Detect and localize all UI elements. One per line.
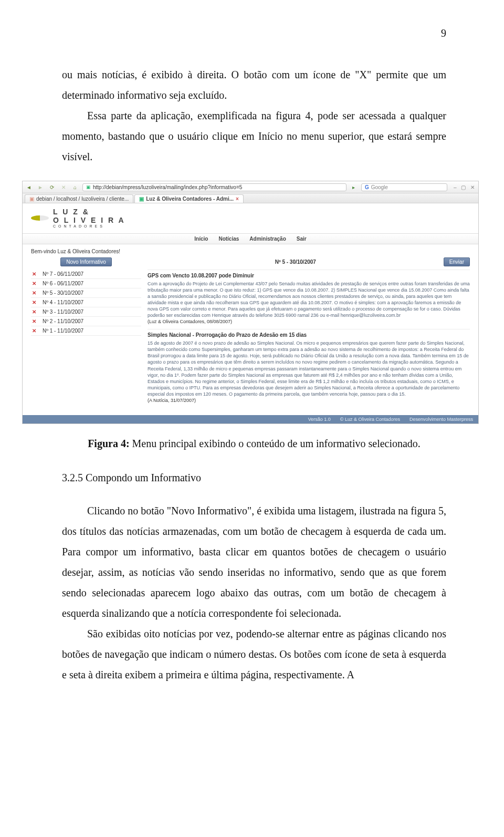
article-title: GPS com Vencto 10.08.2007 pode Diminuir [148,272,470,280]
delete-icon[interactable]: ✕ [32,299,37,305]
informativo-list-item[interactable]: ✕Nº 5 - 30/10/2007 [31,288,141,298]
nav-sair[interactable]: Sair [297,236,307,242]
tab-strip: ▣ debian / localhost / luzoliveira / cli… [23,193,478,203]
caption-text: Menu principal exibindo o conteúdo de um… [130,438,421,449]
tab-favicon-icon: ▣ [139,196,144,202]
window-controls[interactable]: – ▢ ✕ [454,184,476,190]
tab-label: Luz & Oliveira Contadores - Admi... [146,196,234,202]
delete-icon[interactable]: ✕ [32,290,37,296]
search-placeholder: Google [371,184,388,190]
home-icon[interactable]: ⌂ [71,183,79,191]
paragraph-4: São exibidas oito notícias por vez, pode… [62,624,446,685]
article-title: Simples Nacional - Prorrogação do Prazo … [148,332,470,339]
top-nav: Início Notícias Administração Sair [23,233,478,244]
url-text: http://debian/mpress/luzoliveira/mailing… [93,184,242,190]
list-item-label: Nº 7 - 06/11/2007 [43,271,83,277]
list-item-label: Nº 3 - 11/10/2007 [43,309,83,315]
browser-toolbar: ◄ ► ⟳ ✕ ⌂ ▣ http://debian/mpress/luzoliv… [23,181,478,193]
delete-icon[interactable]: ✕ [32,309,37,315]
informativo-list-item[interactable]: ✕Nº 6 - 06/11/2007 [31,279,141,288]
new-informativo-button[interactable]: Novo Informativo [60,257,112,266]
tab-favicon-icon: ▣ [29,196,34,202]
tab-label: debian / localhost / luzoliveira / clien… [36,196,129,202]
list-item-label: Nº 5 - 30/10/2007 [43,290,83,296]
go-icon[interactable]: ▸ [350,183,358,191]
news-article: Simples Nacional - Prorrogação do Prazo … [148,329,470,408]
browser-tab-1[interactable]: ▣ debian / localhost / luzoliveira / cli… [25,194,133,203]
nav-inicio[interactable]: Início [194,236,208,242]
informativo-detail-panel: Nº 5 - 30/10/2007 Enviar GPS com Vencto … [148,257,470,408]
welcome-message: Bem-vindo Luz & Oliveira Contadores! [23,244,478,257]
send-button[interactable]: Enviar [444,257,470,266]
body-paragraph-block-1: ou mais notícias, é exibido à direita. O… [62,65,446,167]
paragraph-2: Essa parte da aplicação, exemplificada n… [62,106,446,167]
forward-button-icon[interactable]: ► [36,183,45,191]
favicon-icon: ▣ [86,184,91,190]
paragraph-3: Clicando no botão "Novo Informativo", é … [62,501,446,624]
article-source: (Luz & Oliveira Contadores, 08/08/2007) [148,318,470,325]
reload-icon[interactable]: ⟳ [48,183,56,191]
page-number: 9 [62,27,446,39]
informativo-list-panel: Novo Informativo ✕Nº 7 - 06/11/2007 ✕Nº … [31,257,141,408]
back-button-icon[interactable]: ◄ [25,183,33,191]
list-item-label: Nº 1 - 11/10/2007 [43,328,83,334]
browser-search-field[interactable]: G Google [361,183,447,191]
browser-tab-2[interactable]: ▣ Luz & Oliveira Contadores - Admi... × [134,194,244,203]
close-tab-icon[interactable]: × [236,196,239,202]
list-item-label: Nº 4 - 11/10/2007 [43,299,83,305]
informativo-list-item[interactable]: ✕Nº 7 - 06/11/2007 [31,270,141,279]
address-bar[interactable]: ▣ http://debian/mpress/luzoliveira/maili… [82,183,346,191]
app-footer: Versão 1.0 © Luz & Oliveira Contadores D… [23,415,478,423]
section-heading: 3.2.5 Compondo um Informativo [62,472,446,484]
delete-icon[interactable]: ✕ [32,271,37,277]
delete-icon[interactable]: ✕ [32,328,37,334]
body-paragraph-block-2: Clicando no botão "Novo Informativo", é … [62,501,446,685]
detail-title: Nº 5 - 30/10/2007 [275,259,316,265]
article-source: (A Notícia, 31/07/2007) [148,397,470,404]
stop-icon[interactable]: ✕ [59,183,68,191]
caption-label: Figura 4: [88,438,129,449]
footer-version: Versão 1.0 [308,417,331,422]
nav-administracao[interactable]: Administração [249,236,286,242]
footer-dev: Desenvolvimento Masterpress [410,417,473,422]
figure-caption: Figura 4: Menu principal exibindo o cont… [62,438,446,450]
informativo-list-item[interactable]: ✕Nº 4 - 11/10/2007 [31,298,141,307]
article-body: 15 de agosto de 2007 é o novo prazo de a… [148,340,470,397]
informativo-list-item[interactable]: ✕Nº 2 - 11/10/2007 [31,317,141,326]
figure-4-screenshot: ◄ ► ⟳ ✕ ⌂ ▣ http://debian/mpress/luzoliv… [22,181,478,424]
brand-logo-icon [31,215,49,221]
list-item-label: Nº 6 - 06/11/2007 [43,281,83,286]
article-body: Com a aprovação do Projeto de Lei Comple… [148,281,470,319]
informativo-list-item[interactable]: ✕Nº 3 - 11/10/2007 [31,307,141,317]
search-engine-icon: G [365,184,369,190]
nav-noticias[interactable]: Notícias [218,236,239,242]
list-item-label: Nº 2 - 11/10/2007 [43,318,83,324]
brand-line1: L U Z & [53,208,125,216]
brand-line2: O L I V E I R A [53,216,125,224]
news-article: GPS com Vencto 10.08.2007 pode Diminuir … [148,270,470,329]
footer-copyright: © Luz & Oliveira Contadores [340,417,400,422]
delete-icon[interactable]: ✕ [32,318,37,324]
informativo-list-item[interactable]: ✕Nº 1 - 11/10/2007 [31,326,141,336]
brand-line3: CONTADORES [53,224,125,228]
delete-icon[interactable]: ✕ [32,281,37,286]
paragraph-1: ou mais notícias, é exibido à direita. O… [62,65,446,106]
brand-header: L U Z & O L I V E I R A CONTADORES [23,203,478,228]
